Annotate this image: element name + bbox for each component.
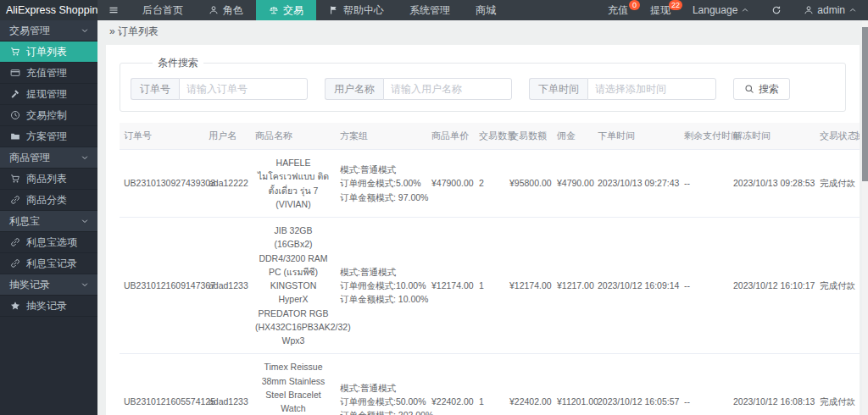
order-no-input[interactable] bbox=[179, 78, 308, 100]
sidebar-item-product-category[interactable]: 商品分类 bbox=[0, 190, 97, 211]
cell-commission: ¥4790.00 bbox=[553, 150, 593, 218]
cell-order-time: 2023/10/12 16:05:57 bbox=[593, 354, 680, 415]
table-body: UB2310130927439303ada12222HAFELE ไมโครเว… bbox=[120, 150, 860, 415]
sidebar-item-label: 订单列表 bbox=[26, 45, 67, 59]
cell-product: JIB 32GB (16GBx2) DDR4/3200 RAM PC (แรมพ… bbox=[251, 218, 336, 354]
search-icon bbox=[744, 84, 754, 94]
sidebar-item-lottery-records[interactable]: 抽奖记录 bbox=[0, 296, 97, 317]
sidebar: 交易管理订单列表充值管理提现管理交易控制方案管理商品管理商品列表商品分类利息宝利… bbox=[0, 20, 97, 415]
cell-order-no: UB2310130927439303 bbox=[120, 150, 204, 218]
cell-plan: 模式:普通模式订单佣金模式:5.00%订单金额模式: 97.00% bbox=[336, 150, 427, 218]
sidebar-item-trade-control[interactable]: 交易控制 bbox=[0, 105, 97, 126]
breadcrumb: » 订单列表 bbox=[97, 20, 868, 43]
sidebar-item-recharge-manage[interactable]: 充值管理 bbox=[0, 63, 97, 84]
sidebar-item-interest-options[interactable]: 利息宝选项 bbox=[0, 232, 97, 253]
page-title: 订单列表 bbox=[118, 25, 159, 37]
cell-status: 完成付款 bbox=[815, 150, 851, 218]
sidebar-group-product-group[interactable]: 商品管理 bbox=[0, 147, 97, 169]
person-icon bbox=[804, 5, 814, 15]
order-time-input[interactable] bbox=[587, 78, 716, 100]
search-button[interactable]: 搜索 bbox=[733, 78, 790, 100]
username-field-group: 用户名称 bbox=[325, 78, 512, 100]
sidebar-item-label: 提现管理 bbox=[26, 87, 67, 102]
plan-line: 模式:普通模式 bbox=[340, 381, 423, 395]
search-button-label: 搜索 bbox=[759, 82, 779, 97]
chevron-down-icon bbox=[81, 217, 89, 225]
sidebar-item-label: 商品分类 bbox=[26, 193, 67, 208]
nav-item-label: 角色 bbox=[223, 3, 243, 18]
main-content: » 订单列表 条件搜索 订单号 用户名称 下单时间 bbox=[97, 20, 868, 415]
table-row: UB2310130927439303ada12222HAFELE ไมโครเว… bbox=[120, 150, 860, 218]
sidebar-group-lottery-group[interactable]: 抽奖记录 bbox=[0, 274, 97, 296]
orders-table: 订单号用户名商品名称方案组商品单价交易数量交易数额佣金下单时间剩余支付时间解冻时… bbox=[120, 123, 860, 415]
language-dropdown[interactable]: Language bbox=[682, 0, 760, 20]
cell-status: 完成付款 bbox=[815, 354, 851, 415]
app-logo: AliExpress Shopping... bbox=[0, 0, 97, 20]
col-plan: 方案组 bbox=[336, 123, 427, 150]
cell-unfreeze-time: 2023/10/12 16:10:17 bbox=[729, 218, 815, 354]
sidebar-item-plan-manage[interactable]: 方案管理 bbox=[0, 126, 97, 147]
plan-line: 模式:普通模式 bbox=[340, 163, 423, 176]
nav-item-trade[interactable]: 交易 bbox=[256, 0, 316, 20]
scrollbar-thumb[interactable] bbox=[862, 27, 868, 181]
cell-unit-price: ¥12174.00 bbox=[427, 218, 475, 354]
sidebar-item-order-list[interactable]: 订单列表 bbox=[0, 42, 97, 63]
plan-line: 订单佣金模式:50.00% bbox=[340, 395, 423, 408]
nav-item-help[interactable]: 帮助中心 bbox=[316, 0, 397, 20]
withdraw-badge: 22 bbox=[669, 0, 682, 10]
nav-item-home[interactable]: 后台首页 bbox=[130, 0, 196, 20]
plan-line: 订单金额模式: 202.00% bbox=[340, 408, 423, 415]
cell-username: adad1233 bbox=[204, 354, 251, 415]
cell-plan: 模式:普通模式订单佣金模式:50.00%订单金额模式: 202.00% bbox=[336, 354, 427, 415]
username-input[interactable] bbox=[383, 78, 512, 100]
recharge-menu-item[interactable]: 充值 0 bbox=[597, 0, 639, 20]
cell-plan: 模式:普通模式订单佣金模式:10.00%订单金额模式: 10.00% bbox=[336, 218, 427, 354]
top-nav: 后台首页角色交易帮助中心系统管理商城 bbox=[130, 0, 509, 20]
hammer-icon bbox=[10, 89, 20, 99]
plan-line: 订单佣金模式:10.00% bbox=[340, 279, 423, 292]
sidebar-item-withdraw-manage[interactable]: 提现管理 bbox=[0, 84, 97, 105]
plan-line: 订单佣金模式:5.00% bbox=[340, 176, 423, 190]
withdraw-menu-item[interactable]: 提现 22 bbox=[639, 0, 682, 20]
sidebar-item-label: 商品列表 bbox=[26, 172, 67, 186]
cell-order-time: 2023/10/12 16:09:14 bbox=[593, 218, 680, 354]
folder-icon bbox=[10, 131, 20, 141]
sidebar-group-interest-group[interactable]: 利息宝 bbox=[0, 211, 97, 232]
plan-line: 订单金额模式: 97.00% bbox=[340, 191, 423, 204]
sidebar-item-label: 充值管理 bbox=[26, 66, 67, 80]
top-bar: AliExpress Shopping... 后台首页角色交易帮助中心系统管理商… bbox=[0, 0, 868, 20]
chevron-down-icon bbox=[81, 280, 89, 289]
cell-order-no: UB2310121605574125 bbox=[120, 354, 204, 415]
recharge-label: 充值 bbox=[608, 3, 628, 18]
language-label: Language bbox=[693, 4, 737, 16]
sidebar-group-trade-group[interactable]: 交易管理 bbox=[0, 20, 97, 42]
chevron-down-icon bbox=[81, 153, 89, 162]
cell-amount: ¥95800.00 bbox=[505, 150, 553, 218]
nav-item-mall[interactable]: 商城 bbox=[463, 0, 509, 20]
content-card: 条件搜索 订单号 用户名称 下单时间 搜索 bbox=[106, 45, 860, 415]
col-remaining: 剩余支付时间 bbox=[680, 123, 729, 150]
order-no-field-label: 订单号 bbox=[131, 78, 179, 100]
clock-icon bbox=[10, 110, 20, 120]
username-label: admin bbox=[817, 4, 845, 16]
cart-icon bbox=[10, 47, 20, 57]
table-head-row: 订单号用户名商品名称方案组商品单价交易数量交易数额佣金下单时间剩余支付时间解冻时… bbox=[120, 123, 860, 150]
sidebar-toggle-button[interactable] bbox=[97, 0, 130, 20]
chevron-up-icon bbox=[849, 6, 857, 14]
cell-username: ada12222 bbox=[204, 150, 251, 218]
refresh-button[interactable] bbox=[760, 0, 793, 20]
nav-item-label: 帮助中心 bbox=[343, 3, 384, 18]
cell-remaining: -- bbox=[680, 150, 729, 218]
sidebar-item-label: 方案管理 bbox=[26, 130, 67, 144]
sidebar-item-interest-records[interactable]: 利息宝记录 bbox=[0, 253, 97, 274]
cell-qty: 1 bbox=[475, 218, 505, 354]
nav-item-roles[interactable]: 角色 bbox=[196, 0, 256, 20]
nav-item-system[interactable]: 系统管理 bbox=[397, 0, 463, 20]
hamburger-icon bbox=[108, 5, 119, 15]
sidebar-item-label: 交易控制 bbox=[26, 108, 67, 123]
vertical-scrollbar[interactable] bbox=[862, 20, 868, 415]
plan-line: 订单金额模式: 10.00% bbox=[340, 292, 423, 306]
user-menu[interactable]: admin bbox=[793, 0, 868, 20]
sidebar-item-product-list[interactable]: 商品列表 bbox=[0, 169, 97, 190]
cell-unfreeze-time: 2023/10/12 16:08:13 bbox=[729, 354, 815, 415]
